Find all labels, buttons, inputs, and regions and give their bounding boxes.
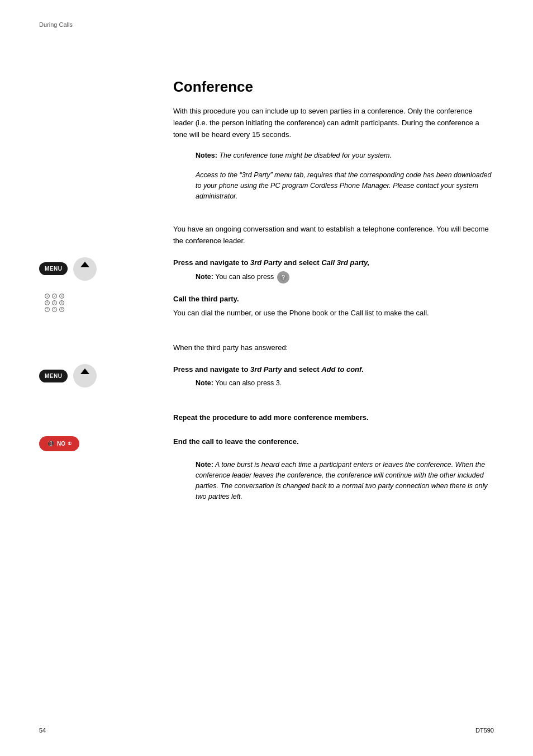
phone-end-icon: 📵 bbox=[47, 440, 55, 447]
menu-button-2[interactable]: MENU bbox=[39, 370, 68, 382]
step-5-heading: End the call to leave the conference. bbox=[173, 436, 494, 448]
step3-note-text: You can also press 3. bbox=[213, 379, 282, 387]
step-5-text: End the call to leave the conference. bbox=[173, 436, 494, 450]
note-block-1: Notes: The conference tone might be disa… bbox=[196, 150, 494, 161]
key-7: 7 bbox=[45, 307, 50, 312]
step-1-row: MENU Press and navigate to 3rd Party and… bbox=[173, 257, 494, 284]
step1-note-text: You can also press bbox=[213, 273, 274, 281]
step1-note-label: Note: bbox=[196, 273, 213, 281]
step-1-icons: MENU bbox=[39, 257, 173, 281]
key-1: 1 bbox=[45, 294, 50, 299]
note1-label: Notes: bbox=[196, 152, 217, 159]
final-note-text: A tone burst is heard each time a partic… bbox=[196, 461, 488, 500]
step-1-heading: Press and navigate to 3rd Party and sele… bbox=[173, 257, 494, 269]
step-3-note: Note: You can also press 3. bbox=[196, 378, 494, 389]
step-1-note: Note: You can also press bbox=[196, 271, 494, 284]
product-name: DT590 bbox=[475, 727, 494, 734]
step-3-heading: Press and navigate to 3rd Party and sele… bbox=[173, 364, 494, 376]
step-2-text: Call the third party. You can dial the n… bbox=[173, 294, 494, 319]
step-3-row: MENU Press and navigate to 3rd Party and… bbox=[173, 364, 494, 389]
step-2-icons: 1 2 3 4 5 6 7 8 9 bbox=[39, 294, 173, 312]
step-4-row: Repeat the procedure to add more confere… bbox=[173, 412, 494, 426]
intro-paragraph: With this procedure you can include up t… bbox=[173, 106, 494, 140]
note1-text: The conference tone might be disabled fo… bbox=[217, 152, 392, 159]
menu-button[interactable]: MENU bbox=[39, 262, 68, 275]
note2-text: Access to the “3rd Party” menu tab, requ… bbox=[196, 170, 494, 201]
svg-point-1 bbox=[283, 279, 283, 280]
key-3: 3 bbox=[59, 294, 64, 299]
step-3-icons: MENU bbox=[39, 364, 173, 388]
key-9: 9 bbox=[59, 307, 64, 312]
final-note-label: Note: bbox=[196, 461, 213, 469]
breadcrumb: During Calls bbox=[39, 21, 73, 28]
step-5-icons: 📵 NO ① bbox=[39, 436, 173, 451]
keypad-icon: 1 2 3 4 5 6 7 8 9 bbox=[45, 294, 65, 312]
step-4-heading: Repeat the procedure to add more confere… bbox=[173, 412, 494, 424]
key-4: 4 bbox=[45, 300, 50, 305]
inline-icon-circle bbox=[277, 271, 289, 284]
step3-note-label: Note: bbox=[196, 379, 213, 387]
premise-text: You have an ongoing conversation and wan… bbox=[173, 224, 494, 247]
key-5: 5 bbox=[52, 300, 57, 305]
note-block-2: Access to the “3rd Party” menu tab, requ… bbox=[196, 170, 494, 201]
final-note-block: Note: A tone burst is heard each time a … bbox=[196, 460, 494, 502]
nav-button[interactable] bbox=[73, 257, 97, 281]
page-number: 54 bbox=[39, 727, 46, 734]
no-label: NO bbox=[57, 441, 65, 447]
step-2-heading: Call the third party. bbox=[173, 294, 494, 305]
step-3-premise: When the third party has answered: bbox=[173, 342, 494, 354]
step-2-body: You can dial the number, or use the Phon… bbox=[173, 308, 494, 319]
step-1-text: Press and navigate to 3rd Party and sele… bbox=[173, 257, 494, 284]
no-button[interactable]: 📵 NO ① bbox=[39, 436, 79, 451]
no-superscript: ① bbox=[68, 441, 72, 446]
key-6: 6 bbox=[59, 300, 64, 305]
step-5-row: 📵 NO ① End the call to leave the confere… bbox=[173, 436, 494, 450]
main-content: Conference With this procedure you can i… bbox=[173, 78, 494, 511]
step-2-row: 1 2 3 4 5 6 7 8 9 Call the third party. … bbox=[173, 294, 494, 319]
nav-button-2[interactable] bbox=[73, 364, 97, 388]
step-4-text: Repeat the procedure to add more confere… bbox=[173, 412, 494, 426]
key-8: 8 bbox=[52, 307, 57, 312]
key-2: 2 bbox=[52, 294, 57, 299]
step-3-text: Press and navigate to 3rd Party and sele… bbox=[173, 364, 494, 389]
section-title: Conference bbox=[173, 78, 494, 96]
